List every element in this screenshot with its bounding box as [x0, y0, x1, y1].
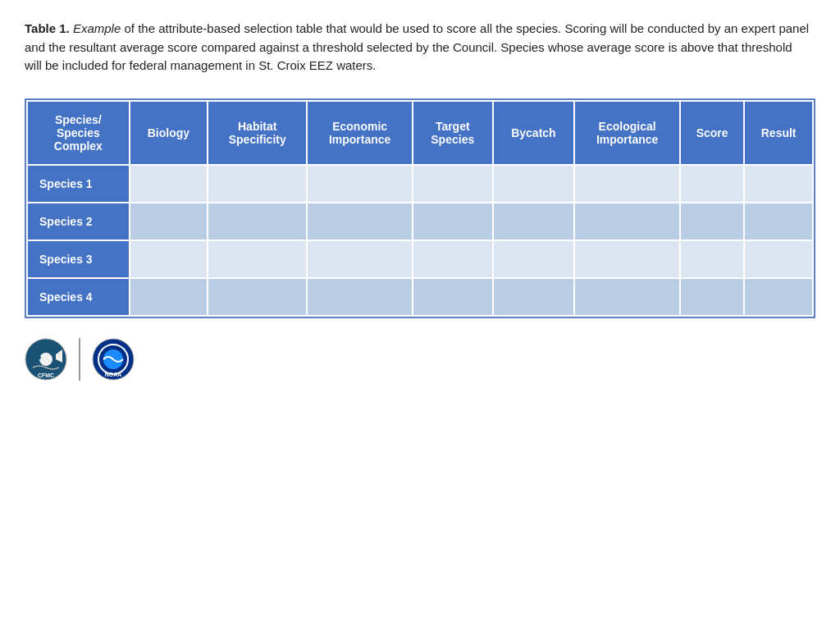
cell-r1-c6	[574, 165, 680, 203]
cell-r4-c7	[680, 278, 744, 316]
table-row-2: Species 2	[27, 203, 813, 240]
svg-text:NOAA: NOAA	[105, 372, 122, 377]
table-row-3: Species 3	[27, 240, 813, 278]
cfmc-logo: CFMC	[25, 338, 67, 381]
cell-r3-c7	[680, 240, 744, 278]
cell-r1-c2	[208, 165, 307, 203]
cell-r1-c5	[493, 165, 575, 203]
cell-r1-c1	[130, 165, 208, 203]
cell-r3-c2	[208, 240, 307, 278]
cell-r2-c5	[493, 203, 575, 240]
cell-r1-c8	[744, 165, 813, 203]
cell-r1-c3	[307, 165, 413, 203]
cell-r4-c6	[574, 278, 680, 316]
species-label-2: Species 2	[27, 203, 130, 240]
cell-r1-c4	[413, 165, 493, 203]
intro-rest: of the attribute-based selection table t…	[25, 21, 809, 72]
cell-r2-c6	[574, 203, 680, 240]
noaa-logo: NOAA	[92, 338, 135, 381]
table-header-row: Species/ Species ComplexBiologyHabitat S…	[27, 101, 813, 165]
svg-text:CFMC: CFMC	[38, 372, 54, 378]
cell-r4-c5	[493, 278, 575, 316]
header-biology: Biology	[130, 101, 208, 165]
table-row-1: Species 1	[27, 165, 813, 203]
cell-r3-c1	[130, 240, 208, 278]
species-label-4: Species 4	[27, 278, 130, 316]
selection-table: Species/ Species ComplexBiologyHabitat S…	[25, 98, 815, 318]
table-title-bold: Table 1.	[25, 21, 70, 35]
cell-r4-c1	[130, 278, 208, 316]
cell-r4-c2	[208, 278, 307, 316]
header-economic-importance: Economic Importance	[307, 101, 413, 165]
intro-paragraph: Table 1. Example of the attribute-based …	[25, 20, 812, 75]
cell-r3-c3	[307, 240, 413, 278]
cell-r2-c7	[680, 203, 744, 240]
logo-divider	[79, 338, 80, 381]
header-target-species: Target Species	[413, 101, 493, 165]
cell-r3-c6	[574, 240, 680, 278]
cell-r2-c4	[413, 203, 493, 240]
cell-r2-c3	[307, 203, 413, 240]
cell-r2-c2	[208, 203, 307, 240]
cell-r2-c1	[130, 203, 208, 240]
cell-r2-c8	[744, 203, 813, 240]
cell-r1-c7	[680, 165, 744, 203]
cell-r4-c8	[744, 278, 813, 316]
svg-point-3	[38, 356, 41, 359]
header-score: Score	[680, 101, 744, 165]
species-label-3: Species 3	[27, 240, 130, 278]
cell-r3-c4	[413, 240, 493, 278]
table-row-4: Species 4	[27, 278, 813, 316]
table-title-italic: Example	[70, 21, 121, 35]
species-label-1: Species 1	[27, 165, 130, 203]
header-result: Result	[744, 101, 813, 165]
header-species-complex: Species/ Species Complex	[27, 101, 130, 165]
cell-r3-c8	[744, 240, 813, 278]
cell-r4-c4	[413, 278, 493, 316]
header-habitat-specificity: Habitat Specificity	[208, 101, 307, 165]
header-bycatch: Bycatch	[493, 101, 575, 165]
cell-r4-c3	[307, 278, 413, 316]
footer-logos: CFMC NOAA	[25, 338, 815, 381]
header-ecological-importance: Ecological Importance	[574, 101, 680, 165]
cell-r3-c5	[493, 240, 575, 278]
